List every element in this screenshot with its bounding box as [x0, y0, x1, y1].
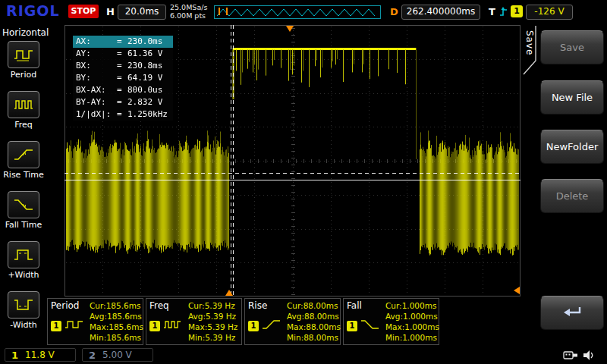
trigger-level-readout: -126 V — [526, 5, 573, 20]
sidebar-item-label: Fall Time — [0, 220, 47, 230]
freq-icon — [163, 318, 183, 331]
fall-time-icon — [8, 191, 39, 218]
acquisition-readout: 25.0MSa/s 6.00M pts — [170, 3, 207, 20]
period-icon — [8, 41, 39, 68]
save-button[interactable]: Save — [540, 30, 604, 64]
fall-icon — [360, 318, 380, 331]
memory-depth: 6.00M pts — [170, 11, 207, 20]
cursor-row-bx: BX:=230.8ms — [73, 60, 173, 72]
channel-2-indicator[interactable]: 2 5.00 V — [82, 348, 153, 362]
measurement-values: Cur:185.6ms Avg:185.6ms Max:185.6ms Min:… — [90, 300, 143, 343]
delay-label: D — [390, 6, 398, 17]
measurement-values: Cur:1.000ms Avg:1.000ms Max:1.000ms Min:… — [385, 300, 439, 343]
channel-1-scale: 11.8 V — [25, 350, 55, 360]
cursor-row-inverse-dx: 1/|dX|:=1.250kHz — [73, 108, 173, 121]
rise-time-icon — [8, 141, 39, 168]
channel-badge: 1 — [347, 321, 357, 331]
measurement-panel-freq[interactable]: Freq 1 Cur:5.39 Hz Avg:5.39 Hz Max:5.39 … — [146, 298, 242, 345]
usb-icon — [563, 350, 578, 360]
freq-icon — [8, 91, 39, 118]
waveform-overview-strip — [214, 5, 381, 19]
sidebar-item-label: Freq — [0, 120, 47, 130]
menu-tab-save: Save — [524, 30, 535, 55]
channel-1-indicator[interactable]: 1 11.8 V — [5, 348, 76, 362]
sidebar-item-label: Period — [0, 70, 47, 80]
measurement-values: Cur:88.00ms Avg:88.00ms Max:88.00ms Min:… — [287, 300, 341, 343]
sidebar-item-label: -Width — [0, 320, 47, 330]
rigol-logo: RIGOL — [6, 2, 60, 19]
channel-badge: 1 — [51, 321, 61, 331]
zoom-window-marker-right — [226, 8, 228, 15]
measurement-panel-period[interactable]: Period 1 Cur:185.6ms Avg:185.6ms Max:185… — [47, 298, 143, 345]
cursor-row-by-ay: BY-AY:=2.832 V — [73, 96, 173, 108]
cursor-readout-panel: AX:=230.0ms AY:=61.36 V BX:=230.8ms BY:=… — [73, 36, 173, 121]
cursor-row-ax: AX:=230.0ms — [73, 36, 173, 48]
measurement-panel-fall[interactable]: Fall 1 Cur:1.000ms Avg:1.000ms Max:1.000… — [343, 298, 439, 345]
sidebar-item-label: Rise Time — [0, 170, 47, 180]
channel-2-scale: 5.00 V — [102, 350, 132, 360]
cursor-row-bx-ax: BX-AX:=800.0us — [73, 84, 173, 96]
oscilloscope-screen: RIGOL STOP H 20.0ms 25.0MSa/s 6.00M pts … — [0, 0, 607, 364]
sample-rate: 25.0MSa/s — [170, 3, 207, 11]
measurement-panel-rise[interactable]: Rise 1 Cur:88.00ms Avg:88.00ms Max:88.00… — [244, 298, 341, 345]
right-soft-menu: Save Save New File NewFolder Delete — [522, 23, 607, 347]
trigger-source-badge: 1 — [511, 5, 523, 17]
sidebar-item-period[interactable]: Period — [0, 41, 47, 89]
measurement-bar: Period 1 Cur:185.6ms Avg:185.6ms Max:185… — [47, 298, 522, 345]
top-status-bar: RIGOL STOP H 20.0ms 25.0MSa/s 6.00M pts … — [0, 0, 607, 23]
trigger-edge-icon — [498, 5, 509, 17]
sidebar-item-label: +Width — [0, 270, 47, 280]
cursor-row-ay: AY:=61.36 V — [73, 48, 173, 60]
rise-icon — [262, 318, 281, 331]
sidebar-item-freq[interactable]: Freq — [0, 91, 47, 140]
left-measure-menu: Horizontal Period Freq Rise Time Fall Ti… — [0, 23, 47, 347]
minus-width-icon — [8, 291, 39, 318]
cursor-row-by: BY:=64.19 V — [73, 72, 173, 84]
measurement-values: Cur:5.39 Hz Avg:5.39 Hz Max:5.39 Hz Min:… — [188, 300, 237, 343]
timebase-readout: 20.0ms — [118, 5, 166, 20]
sidebar-item-plus-width[interactable]: +Width — [0, 241, 47, 290]
channel-status-bar: 1 11.8 V 2 5.00 V — [0, 347, 607, 364]
plus-width-icon — [8, 241, 39, 268]
channel-badge: 1 — [149, 321, 160, 331]
delay-readout: 262.400000ms — [401, 5, 480, 20]
back-button[interactable] — [540, 296, 604, 330]
sidebar-item-rise-time[interactable]: Rise Time — [0, 141, 47, 190]
delete-button[interactable]: Delete — [540, 179, 604, 213]
new-folder-button[interactable]: NewFolder — [540, 130, 604, 164]
trigger-label: T — [489, 6, 495, 17]
return-arrow-icon — [559, 305, 585, 322]
measure-menu-title: Horizontal — [2, 27, 49, 38]
speaker-icon — [583, 350, 596, 361]
new-file-button[interactable]: New File — [540, 80, 604, 115]
channel-1-number: 1 — [11, 350, 18, 361]
run-state-badge: STOP — [68, 5, 99, 18]
channel-badge: 1 — [248, 321, 259, 331]
horizontal-label: H — [106, 6, 115, 17]
sidebar-item-minus-width[interactable]: -Width — [0, 291, 47, 340]
sidebar-item-fall-time[interactable]: Fall Time — [0, 191, 47, 240]
overview-waveform-icon — [215, 7, 379, 17]
period-icon — [64, 318, 84, 331]
zoom-window-marker-left — [219, 8, 220, 15]
channel-2-number: 2 — [89, 350, 96, 361]
